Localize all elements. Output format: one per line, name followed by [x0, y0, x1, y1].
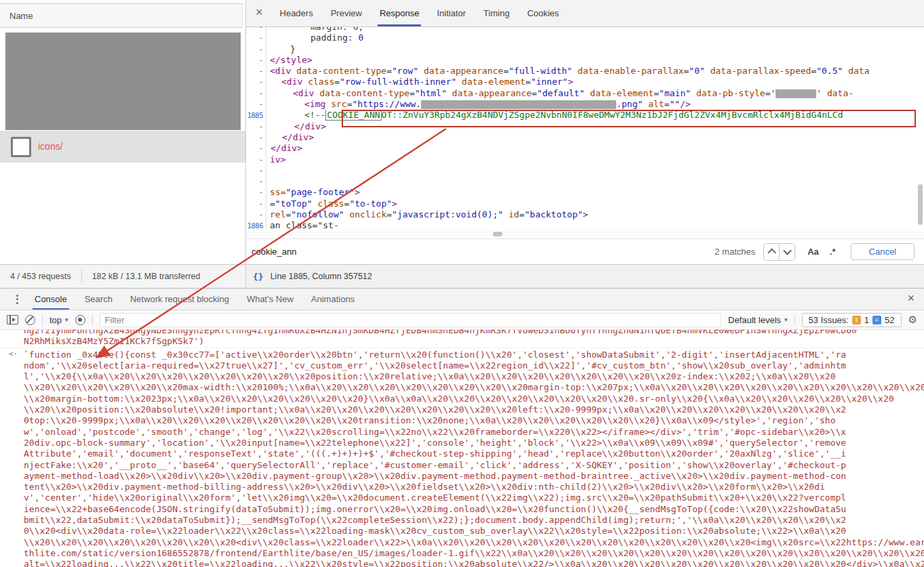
console-text-line: alt=\\x22loading...\\x22\\x20title=\\x22… — [24, 559, 924, 567]
console-tabs: ConsoleSearchNetwork request blockingWha… — [26, 289, 363, 310]
tab-network-request-blocking[interactable]: Network request blocking — [121, 289, 238, 310]
fold-marker: - — [246, 187, 266, 198]
console-text-line: bmit\\x22,dataSubmit:\\x20dataToSubmit})… — [24, 515, 924, 526]
devtools-window: Name icons/ 4 / 453 requests 182 kB / 13… — [0, 0, 924, 567]
console-output[interactable]: hg2f21yhmFbnlngXzB4ShhgyNDEShhgyhzEpRTcT… — [0, 330, 924, 567]
fold-marker: - — [246, 44, 266, 55]
tab-preview[interactable]: Preview — [322, 1, 371, 26]
vertical-scrollbar-thumb[interactable] — [918, 184, 923, 225]
code-line-content: <img src="https://www..png" alt=""/> — [266, 99, 691, 110]
line-number: 1885 — [246, 110, 266, 121]
cancel-search-button[interactable]: Cancel — [851, 243, 915, 260]
console-text-line: w','onload','postcode','smooth','change'… — [24, 427, 924, 438]
console-text-line: tent\\x20>\\x20div.payment-method-billin… — [24, 482, 924, 492]
tab-timing[interactable]: Timing — [475, 1, 519, 26]
message-badge-icon: ≡ — [872, 316, 881, 324]
close-console-icon[interactable]: × — [907, 291, 924, 307]
console-settings-icon[interactable]: ⚙ — [908, 314, 917, 326]
console-text-line: 0top:\\x20-9999px;\\x0a\\x20\\x20\\x20\\… — [24, 415, 924, 426]
console-sidebar-toggle-icon[interactable] — [7, 315, 18, 324]
request-row-icons[interactable]: icons/ — [0, 131, 245, 163]
console-text-line: Attribute','email','document','responseT… — [24, 448, 924, 459]
code-line: -<div data-content-type="html" data-appe… — [246, 88, 924, 99]
response-status-bar: {} Line 1885, Column 357512 — [246, 264, 924, 288]
code-line: - — [246, 176, 924, 187]
response-code-viewer[interactable]: -margin: 0,-padding: 0-}-</style>-<div d… — [246, 27, 924, 230]
issues-label: 53 Issues: — [809, 315, 849, 325]
request-row-thumbnail[interactable] — [5, 33, 241, 130]
log-levels-selector[interactable]: Default levels ▾ — [728, 315, 788, 325]
tab-console[interactable]: Console — [26, 289, 76, 310]
console-tab-bar: ConsoleSearchNetwork request blockingWha… — [0, 289, 924, 310]
match-case-toggle[interactable]: Aa — [807, 247, 819, 257]
code-line: -</div> — [246, 132, 924, 143]
fold-marker: - — [246, 121, 266, 132]
code-line-content: rel="nofollow" onclick="javascript:void(… — [266, 209, 588, 220]
console-entry: hg2f21yhmFbnlngXzB4ShhgyNDEShhgyhzEpRTcT… — [0, 330, 924, 348]
request-name-label: icons/ — [38, 131, 63, 163]
chevron-up-icon — [767, 249, 776, 257]
search-match-count: 2 matches — [715, 247, 755, 257]
next-match-button[interactable] — [779, 244, 795, 260]
code-line-content: margin: 0, — [266, 27, 363, 33]
code-line-content: ss="page-footer"> — [266, 187, 360, 198]
fold-marker: - — [246, 154, 266, 165]
code-line-content — [266, 165, 270, 176]
network-summary-bar: 4 / 453 requests 182 kB / 13.1 MB transf… — [0, 264, 245, 288]
caret-down-icon: ▾ — [784, 316, 788, 323]
fold-marker: - — [246, 99, 266, 110]
code-line: - — [246, 165, 924, 176]
returned-value-icon: <· — [9, 350, 18, 358]
console-text-line: ayment-method-load\\x20>\\x20div\\x20>\\… — [24, 471, 924, 482]
redacted-content — [421, 100, 616, 109]
tab-animations[interactable]: Animations — [302, 289, 363, 310]
console-text-line: \\x20\\x20position:\\x20absolute\\x20!im… — [24, 404, 924, 415]
tab-headers[interactable]: Headers — [271, 1, 322, 26]
tab-what-s-new[interactable]: What's New — [238, 289, 302, 310]
console-filter-input[interactable]: Filter — [100, 313, 721, 327]
console-text-line: 0\\x20<div\\x20data-role=\\x22loader\\x2… — [24, 526, 924, 537]
console-text-line: N2RhMiksXzB4MzY5ZmI1KCk7fSgpKSk7') — [24, 336, 924, 347]
code-line-content: </div> — [266, 132, 314, 143]
code-line: -</div> — [246, 121, 924, 132]
code-line: -="toTop" class="to-top"> — [246, 198, 924, 209]
fold-marker: - — [246, 143, 266, 154]
code-line: -<div data-content-type="row" data-appea… — [246, 66, 924, 77]
previous-match-button[interactable] — [764, 244, 779, 260]
horizontal-scrollbar-thumb[interactable] — [493, 232, 502, 236]
code-line: 1886an class="st- — [246, 220, 924, 230]
transferred-summary: 182 kB / 13.1 MB transferred — [82, 272, 211, 281]
tab-initiator[interactable]: Initiator — [428, 1, 475, 26]
code-line-content: an class="st- — [266, 220, 339, 230]
network-name-column-header[interactable]: Name — [0, 3, 243, 28]
pretty-print-icon[interactable]: {} — [250, 272, 270, 282]
javascript-context-selector[interactable]: top ▾ — [49, 315, 68, 325]
console-text-line: v','center','hide\\x20original\\x20form'… — [24, 492, 924, 503]
fold-marker: - — [246, 209, 266, 220]
close-detail-icon[interactable]: × — [246, 5, 271, 21]
console-entry: <·`function _0x45ce(){const _0x30cc77=['… — [0, 348, 924, 567]
fold-marker: - — [246, 132, 266, 143]
issues-button[interactable]: 53 Issues: ! 1 ≡ 52 — [802, 313, 902, 327]
code-line-content: <div data-content-type="row" data-appear… — [266, 66, 870, 77]
code-line: -margin: 0, — [246, 27, 924, 33]
fold-marker: - — [246, 165, 266, 176]
tab-response[interactable]: Response — [371, 1, 428, 26]
code-line-content: iv> — [266, 154, 285, 165]
tab-cookies[interactable]: Cookies — [519, 1, 568, 26]
fold-marker: - — [246, 176, 266, 187]
response-search-bar: cookie_ann 2 matches Aa .* Cancel — [246, 238, 924, 264]
more-tools-icon[interactable] — [0, 295, 26, 304]
fold-marker: - — [246, 33, 266, 43]
tab-search[interactable]: Search — [76, 289, 121, 310]
request-detail-tab-bar: × HeadersPreviewResponseInitiatorTimingC… — [246, 0, 924, 27]
code-line: 1885<!--COOKIE_ANNOT::ZnVuY3Rpb24gXzB4ND… — [246, 110, 924, 121]
detail-tabs: HeadersPreviewResponseInitiatorTimingCoo… — [271, 1, 568, 26]
code-horizontal-scrollbar[interactable] — [246, 230, 924, 238]
clear-console-icon[interactable] — [25, 315, 35, 325]
live-expression-icon[interactable] — [75, 315, 85, 325]
search-nav-buttons — [763, 243, 795, 261]
search-input[interactable]: cookie_ann — [252, 247, 715, 257]
console-text-line: \\x20\\x20\\x20\\x20\\x20\\x20max-width:… — [24, 382, 924, 393]
regex-toggle[interactable]: .* — [830, 247, 836, 257]
